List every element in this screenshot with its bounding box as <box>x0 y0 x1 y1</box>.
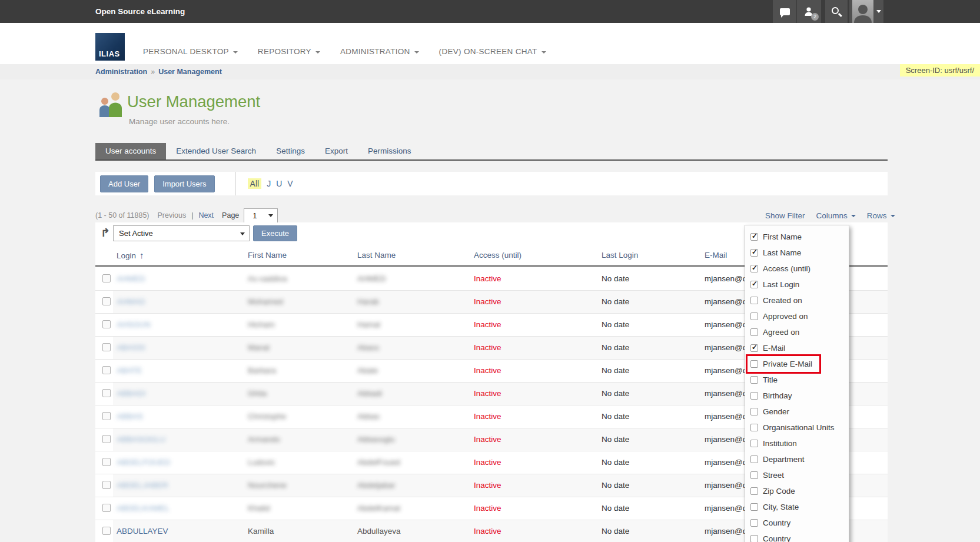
checkbox-icon[interactable] <box>750 535 758 542</box>
checkbox-icon[interactable] <box>750 376 758 384</box>
row-checkbox[interactable] <box>102 389 111 399</box>
rows-dropdown-button[interactable]: Rows <box>867 211 895 220</box>
checkbox-icon[interactable] <box>102 504 111 512</box>
checkbox-icon[interactable] <box>102 297 111 305</box>
columns-menu-item-e-mail[interactable]: E-Mail <box>745 340 849 356</box>
checkbox-icon[interactable] <box>750 392 758 400</box>
next-page-link[interactable]: Next <box>198 211 214 220</box>
row-checkbox[interactable] <box>102 412 111 422</box>
checkbox-icon[interactable] <box>102 458 111 466</box>
login-link[interactable]: ABDELFOUED <box>117 451 171 473</box>
row-checkbox[interactable] <box>102 458 111 468</box>
letter-filter-link[interactable]: J <box>267 179 271 188</box>
checkbox-icon[interactable] <box>102 412 111 420</box>
column-header-last[interactable]: Last Name <box>357 244 396 266</box>
checkbox-icon[interactable] <box>102 481 111 489</box>
row-checkbox[interactable] <box>102 527 111 537</box>
login-link[interactable]: ABBASOGLU <box>117 428 165 450</box>
ilias-logo[interactable]: ILIAS <box>95 33 125 61</box>
login-link[interactable]: ABDULLAYEV <box>117 520 168 542</box>
checkbox-icon[interactable] <box>750 249 758 257</box>
row-checkbox[interactable] <box>102 320 111 330</box>
column-header-login[interactable]: Login↑ <box>117 244 144 267</box>
columns-menu-item-zip-code[interactable]: Zip Code <box>745 483 849 499</box>
columns-menu-item-first-name[interactable]: First Name <box>745 229 849 245</box>
row-checkbox[interactable] <box>102 274 111 284</box>
checkbox-icon[interactable] <box>102 435 111 443</box>
columns-menu-item-created-on[interactable]: Created on <box>745 292 849 308</box>
row-checkbox[interactable] <box>102 435 111 445</box>
column-header-lastlogin[interactable]: Last Login <box>602 244 638 266</box>
checkbox-icon[interactable] <box>750 265 758 272</box>
login-link[interactable]: ABDELJABER <box>117 474 168 496</box>
row-checkbox[interactable] <box>102 504 111 514</box>
columns-menu-item-agreed-on[interactable]: Agreed on <box>745 324 849 340</box>
columns-menu-item-organisational-units[interactable]: Organisational Units <box>745 420 849 435</box>
columns-menu-item-last-login[interactable]: Last Login <box>745 277 849 292</box>
column-header-access[interactable]: Access (until) <box>474 244 521 266</box>
login-link[interactable]: ABBADI <box>117 383 146 404</box>
columns-dropdown-button[interactable]: Columns <box>816 211 856 220</box>
login-link[interactable]: ABASSI <box>117 337 145 358</box>
checkbox-icon[interactable] <box>102 274 111 282</box>
checkbox-icon[interactable] <box>750 281 758 288</box>
row-checkbox[interactable] <box>102 481 111 491</box>
online-users-button[interactable]: 2 <box>797 0 821 23</box>
checkbox-icon[interactable] <box>750 455 758 463</box>
columns-menu-item-approved-on[interactable]: Approved on <box>745 308 849 324</box>
chat-button[interactable] <box>773 0 796 23</box>
main-menu-item-3[interactable]: ADMINISTRATION <box>340 47 419 56</box>
columns-menu-item-country[interactable]: Country <box>745 531 849 542</box>
columns-menu-item-access-until-[interactable]: Access (until) <box>745 261 849 277</box>
column-header-first[interactable]: First Name <box>248 244 287 266</box>
letter-filter-link[interactable]: V <box>287 179 293 188</box>
checkbox-icon[interactable] <box>750 471 758 479</box>
checkbox-icon[interactable] <box>750 503 758 511</box>
columns-menu-item-title[interactable]: Title <box>745 372 849 388</box>
column-header-email[interactable]: E-Mail <box>705 244 727 266</box>
row-checkbox[interactable] <box>102 366 111 376</box>
checkbox-icon[interactable] <box>750 344 758 352</box>
checkbox-icon[interactable] <box>750 328 758 336</box>
letter-filter-all[interactable]: All <box>248 178 262 189</box>
breadcrumb-link-2[interactable]: User Management <box>158 68 222 76</box>
columns-menu-item-country[interactable]: Country <box>745 515 849 531</box>
main-menu-item-4[interactable]: (DEV) ON-SCREEN CHAT <box>439 47 546 56</box>
main-menu-item-2[interactable]: REPOSITORY <box>258 47 320 56</box>
checkbox-icon[interactable] <box>102 343 111 351</box>
breadcrumb-link-1[interactable]: Administration <box>95 68 147 76</box>
columns-menu-item-private-e-mail[interactable]: Private E-Mail <box>745 356 849 372</box>
checkbox-icon[interactable] <box>750 519 758 527</box>
checkbox-icon[interactable] <box>750 487 758 495</box>
tab-permissions[interactable]: Permissions <box>358 143 421 159</box>
columns-menu-item-last-name[interactable]: Last Name <box>745 245 849 261</box>
columns-menu-item-gender[interactable]: Gender <box>745 404 849 420</box>
page-select[interactable]: 1 <box>244 208 278 223</box>
checkbox-icon[interactable] <box>750 297 758 304</box>
columns-menu-item-birthday[interactable]: Birthday <box>745 388 849 404</box>
tab-settings[interactable]: Settings <box>266 143 315 159</box>
login-link[interactable]: ABATE <box>117 360 142 381</box>
row-checkbox[interactable] <box>102 343 111 353</box>
tab-extended-user-search[interactable]: Extended User Search <box>166 143 266 159</box>
columns-menu-item-department[interactable]: Department <box>745 451 849 467</box>
execute-button[interactable]: Execute <box>253 225 297 241</box>
checkbox-icon[interactable] <box>750 440 758 447</box>
login-link[interactable]: AHMAD <box>117 291 145 312</box>
tab-export[interactable]: Export <box>315 143 358 159</box>
import-users-button[interactable]: Import Users <box>154 175 214 192</box>
main-menu-item-1[interactable]: PERSONAL DESKTOP <box>143 47 238 56</box>
action-select[interactable]: Set Active <box>113 225 250 241</box>
login-link[interactable]: AHMED <box>117 268 145 290</box>
add-user-button[interactable]: Add User <box>100 175 148 192</box>
checkbox-icon[interactable] <box>750 233 758 241</box>
tab-user-accounts[interactable]: User accounts <box>95 143 166 159</box>
checkbox-icon[interactable] <box>102 527 111 535</box>
show-filter-link[interactable]: Show Filter <box>765 211 805 220</box>
row-checkbox[interactable] <box>102 297 111 307</box>
columns-menu-item-institution[interactable]: Institution <box>745 435 849 451</box>
columns-menu-item-street[interactable]: Street <box>745 467 849 483</box>
columns-menu-item-city-state[interactable]: City, State <box>745 499 849 515</box>
checkbox-icon[interactable] <box>750 360 758 368</box>
checkbox-icon[interactable] <box>750 408 758 415</box>
